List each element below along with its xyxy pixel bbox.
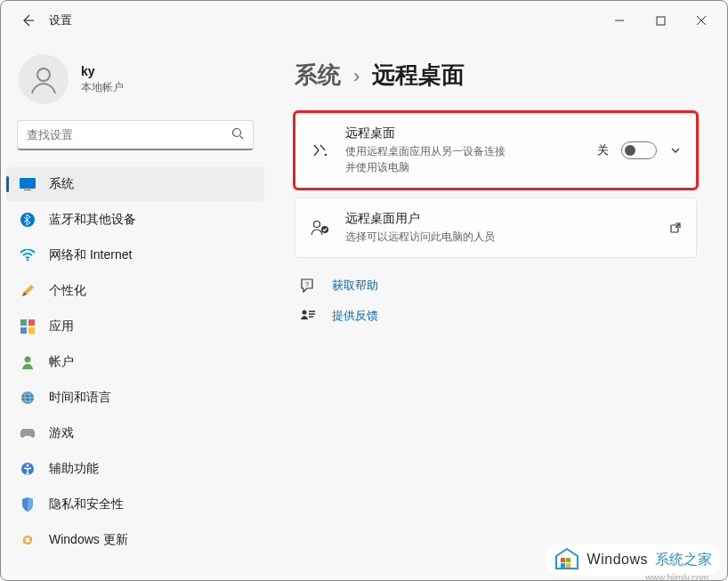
watermark: Windows 系统之家 xyxy=(545,544,721,576)
svg-point-15 xyxy=(27,464,29,467)
svg-rect-4 xyxy=(24,190,31,190)
svg-rect-3 xyxy=(20,178,36,189)
window-body: ky 本地帐户 系统 蓝牙和其他设备 xyxy=(1,40,727,580)
svg-point-6 xyxy=(27,259,28,261)
user-row[interactable]: ky 本地帐户 xyxy=(1,47,270,120)
svg-rect-24 xyxy=(561,563,565,568)
brush-icon xyxy=(19,282,36,300)
nav-label: 应用 xyxy=(49,319,74,335)
watermark-logo-icon xyxy=(554,547,580,572)
titlebar-right xyxy=(599,6,722,35)
link-text: 提供反馈 xyxy=(332,308,378,324)
accessibility-icon xyxy=(19,460,36,478)
apps-icon xyxy=(19,318,36,335)
window-title: 设置 xyxy=(49,12,72,28)
feedback-link[interactable]: 提供反馈 xyxy=(300,308,697,324)
svg-rect-23 xyxy=(566,558,570,562)
card-title: 远程桌面用户 xyxy=(345,211,655,227)
system-icon xyxy=(19,175,36,193)
svg-rect-9 xyxy=(20,327,27,334)
main-content: 系统 › 远程桌面 远程桌面 使用远程桌面应用从另一设备连接并使用该电脑 关 xyxy=(270,40,727,580)
search-icon xyxy=(231,127,244,143)
close-button[interactable] xyxy=(681,6,722,35)
bluetooth-icon xyxy=(19,211,36,229)
card-description: 选择可以远程访问此电脑的人员 xyxy=(345,229,655,245)
back-button[interactable] xyxy=(19,12,36,29)
card-right xyxy=(669,222,682,234)
shield-icon xyxy=(19,496,36,513)
card-title: 远程桌面 xyxy=(345,125,583,141)
avatar xyxy=(19,54,69,104)
svg-rect-25 xyxy=(566,563,570,568)
breadcrumb-current: 远程桌面 xyxy=(372,60,465,91)
search-box[interactable] xyxy=(17,120,254,150)
svg-rect-22 xyxy=(561,558,565,562)
nav-time-language[interactable]: 时间和语言 xyxy=(6,381,264,415)
card-text: 远程桌面用户 选择可以远程访问此电脑的人员 xyxy=(345,211,655,245)
svg-point-2 xyxy=(233,128,241,136)
svg-point-1 xyxy=(37,69,50,81)
account-icon xyxy=(19,353,36,371)
users-icon xyxy=(310,220,331,236)
watermark-suffix: 系统之家 xyxy=(655,551,712,569)
chevron-down-icon[interactable] xyxy=(669,144,682,157)
nav-label: 蓝牙和其他设备 xyxy=(49,212,136,228)
svg-rect-10 xyxy=(28,327,35,334)
nav-label: 系统 xyxy=(49,176,74,192)
globe-icon xyxy=(19,389,36,407)
nav-label: 网络和 Internet xyxy=(49,247,132,263)
user-text: ky 本地帐户 xyxy=(81,64,124,95)
toggle-label: 关 xyxy=(597,142,609,158)
remote-desktop-card[interactable]: 远程桌面 使用远程桌面应用从另一设备连接并使用该电脑 关 xyxy=(295,112,697,189)
minimize-button[interactable] xyxy=(599,6,640,35)
nav-network[interactable]: 网络和 Internet xyxy=(6,238,264,272)
remote-users-card[interactable]: 远程桌面用户 选择可以远程访问此电脑的人员 xyxy=(295,198,697,258)
nav-label: 时间和语言 xyxy=(49,390,111,406)
link-text: 获取帮助 xyxy=(332,278,378,294)
watermark-brand: Windows xyxy=(587,552,648,568)
update-icon xyxy=(19,531,36,549)
user-subtitle: 本地帐户 xyxy=(81,80,124,95)
help-links: ? 获取帮助 提供反馈 xyxy=(295,278,697,324)
nav-privacy[interactable]: 隐私和安全性 xyxy=(6,488,264,521)
sidebar: ky 本地帐户 系统 蓝牙和其他设备 xyxy=(1,40,270,580)
card-description: 使用远程桌面应用从另一设备连接并使用该电脑 xyxy=(345,143,506,175)
get-help-link[interactable]: ? 获取帮助 xyxy=(300,278,697,294)
breadcrumb-parent[interactable]: 系统 xyxy=(295,60,341,91)
settings-window: 设置 ky 本地帐户 xyxy=(0,0,728,581)
nav: 系统 蓝牙和其他设备 网络和 Internet 个性化 应用 xyxy=(1,166,270,558)
nav-label: 帐户 xyxy=(49,354,74,370)
nav-gaming[interactable]: 游戏 xyxy=(6,416,264,450)
nav-accounts[interactable]: 帐户 xyxy=(6,345,264,379)
nav-label: 游戏 xyxy=(49,425,74,441)
card-right: 关 xyxy=(597,141,682,159)
nav-apps[interactable]: 应用 xyxy=(6,310,264,343)
watermark-url: www.bjjmlv.com xyxy=(646,573,708,581)
nav-label: 辅助功能 xyxy=(49,461,99,477)
svg-point-17 xyxy=(314,222,320,228)
nav-system[interactable]: 系统 xyxy=(6,167,264,201)
nav-bluetooth[interactable]: 蓝牙和其他设备 xyxy=(6,203,264,237)
svg-rect-0 xyxy=(657,17,665,25)
nav-label: Windows 更新 xyxy=(49,532,128,548)
svg-rect-7 xyxy=(20,319,27,326)
remote-desktop-icon xyxy=(310,141,331,159)
svg-point-21 xyxy=(303,311,307,315)
search-input[interactable] xyxy=(27,128,231,141)
card-text: 远程桌面 使用远程桌面应用从另一设备连接并使用该电脑 xyxy=(345,125,583,175)
nav-label: 隐私和安全性 xyxy=(49,496,124,512)
remote-desktop-toggle[interactable] xyxy=(621,141,657,159)
svg-point-11 xyxy=(25,357,31,363)
gamepad-icon xyxy=(19,424,36,442)
nav-label: 个性化 xyxy=(49,283,86,299)
breadcrumb-separator: › xyxy=(353,65,360,88)
nav-accessibility[interactable]: 辅助功能 xyxy=(6,452,264,486)
user-name: ky xyxy=(81,64,124,78)
nav-personalization[interactable]: 个性化 xyxy=(6,274,264,308)
search-wrap xyxy=(1,120,270,166)
breadcrumb: 系统 › 远程桌面 xyxy=(295,60,697,91)
nav-windows-update[interactable]: Windows 更新 xyxy=(6,523,264,557)
feedback-icon xyxy=(300,308,316,324)
maximize-button[interactable] xyxy=(640,6,681,35)
svg-rect-8 xyxy=(28,319,35,326)
